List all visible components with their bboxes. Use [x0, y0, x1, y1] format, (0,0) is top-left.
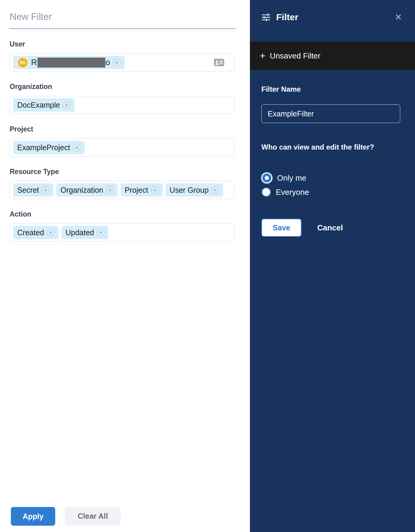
chip-label: Organization — [60, 186, 103, 195]
redaction-bar — [37, 58, 105, 68]
chip-label: User Group — [170, 186, 209, 195]
user-name-end: o — [106, 58, 110, 67]
filter-title-input[interactable] — [10, 11, 235, 29]
remove-chip-icon[interactable]: ✕ — [63, 101, 71, 109]
organization-chip: DocExample ✕ — [13, 98, 75, 112]
filter-sliders-icon — [261, 13, 271, 22]
user-chip: RS Ro ✕ — [13, 56, 125, 69]
remove-chip-icon[interactable]: ✕ — [151, 186, 159, 194]
apply-button[interactable]: Apply — [11, 507, 55, 526]
remove-chip-icon[interactable]: ✕ — [97, 229, 104, 236]
plus-icon: + — [260, 51, 265, 61]
chip-label: Created — [17, 228, 44, 237]
close-icon[interactable]: ✕ — [395, 13, 402, 21]
filter-side-panel: Filter ✕ + Unsaved Filter Filter Name Wh… — [250, 0, 415, 532]
radio-option-only-me[interactable]: Only me — [261, 173, 400, 183]
radio-label: Everyone — [276, 188, 309, 197]
visibility-radio-group: Only me Everyone — [261, 173, 400, 197]
action-field[interactable]: Created ✕ Updated ✕ — [10, 223, 235, 242]
action-chip: Updated ✕ — [62, 226, 109, 239]
unsaved-filter-tab[interactable]: + Unsaved Filter — [250, 42, 415, 70]
resource-type-chip: Organization ✕ — [56, 183, 118, 197]
radio-unselected-icon[interactable] — [261, 187, 271, 197]
new-filter-form: User RS Ro ✕ Organization Doc — [0, 0, 250, 532]
cancel-button[interactable]: Cancel — [317, 223, 343, 233]
user-name-start: R — [31, 58, 37, 67]
panel-actions: Save Cancel — [261, 219, 400, 237]
radio-selected-icon[interactable] — [261, 173, 272, 183]
radio-label: Only me — [277, 173, 306, 183]
action-chip: Created ✕ — [13, 226, 59, 239]
resource-type-field[interactable]: Secret ✕ Organization ✕ Project ✕ User G… — [10, 181, 235, 199]
user-avatar: RS — [17, 57, 28, 68]
remove-chip-icon[interactable]: ✕ — [47, 229, 55, 236]
remove-chip-icon[interactable]: ✕ — [211, 186, 219, 194]
contact-card-icon[interactable] — [214, 59, 224, 66]
radio-option-everyone[interactable]: Everyone — [261, 187, 400, 197]
unsaved-filter-label: Unsaved Filter — [270, 51, 321, 61]
visibility-question: Who can view and edit the filter? — [261, 143, 400, 151]
organization-label: Organization — [10, 83, 250, 91]
user-chip-name: Ro — [31, 58, 110, 68]
chip-label: Secret — [17, 186, 39, 195]
remove-chip-icon[interactable]: ✕ — [73, 144, 81, 151]
project-label: Project — [10, 125, 250, 133]
chip-label: Updated — [65, 228, 94, 237]
clear-all-button[interactable]: Clear All — [65, 507, 121, 525]
remove-chip-icon[interactable]: ✕ — [42, 186, 49, 194]
user-label: User — [10, 40, 250, 48]
project-field[interactable]: ExampleProject ✕ — [10, 138, 235, 157]
resource-type-label: Resource Type — [10, 168, 250, 176]
filter-page: User RS Ro ✕ Organization Doc — [0, 0, 415, 532]
remove-user-chip-icon[interactable]: ✕ — [113, 59, 121, 66]
form-actions: Apply Clear All — [11, 507, 121, 526]
chip-label: ExampleProject — [17, 143, 70, 152]
chip-label: Project — [125, 186, 148, 195]
filter-name-label: Filter Name — [261, 85, 400, 93]
user-field[interactable]: RS Ro ✕ — [10, 53, 235, 71]
organization-field[interactable]: DocExample ✕ — [10, 96, 235, 114]
resource-type-chip: Project ✕ — [121, 183, 163, 197]
resource-type-chip: User Group ✕ — [166, 183, 223, 197]
panel-header: Filter ✕ — [261, 12, 402, 22]
chip-label: DocExample — [17, 101, 60, 109]
save-button[interactable]: Save — [261, 219, 302, 237]
panel-body: Filter Name Who can view and edit the fi… — [250, 70, 415, 237]
remove-chip-icon[interactable]: ✕ — [106, 186, 114, 194]
panel-title: Filter — [276, 12, 298, 22]
resource-type-chip: Secret ✕ — [13, 183, 53, 197]
filter-name-input[interactable] — [261, 104, 400, 123]
action-label: Action — [10, 210, 250, 218]
project-chip: ExampleProject ✕ — [13, 141, 85, 154]
